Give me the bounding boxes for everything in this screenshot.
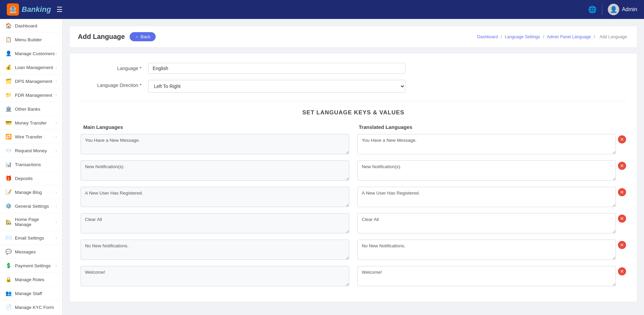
- sidebar-item-manage-kyc-form[interactable]: 📄 Manage KYC Form: [0, 300, 62, 314]
- remove-row-btn-4[interactable]: ✕: [618, 241, 626, 249]
- back-button[interactable]: ← Back: [130, 32, 156, 41]
- translated-lang-textarea-5[interactable]: Welcome!: [357, 266, 616, 286]
- sidebar-item-general-settings[interactable]: ⚙️ General Settings ›: [0, 199, 62, 213]
- sidebar-item-manage-roles[interactable]: 🔒 Manage Roles: [0, 273, 62, 287]
- sidebar-item-dashboard[interactable]: 🏠 Dashboard: [0, 19, 62, 33]
- sidebar-item-home-page-manage[interactable]: 🏡 Home Page Manage ›: [0, 213, 62, 231]
- sidebar-item-manage-blog[interactable]: 📝 Manage Blog ›: [0, 185, 62, 199]
- breadcrumb-language-settings[interactable]: Language Settings: [505, 35, 540, 39]
- brand-name: Banking: [22, 5, 51, 14]
- brand-icon: 🏦: [7, 3, 19, 16]
- sidebar-item-other-banks[interactable]: 🏛️ Other Banks: [0, 102, 62, 116]
- sidebar-label-messages: Messages: [15, 249, 36, 254]
- language-group: Language *: [81, 63, 626, 74]
- translated-languages-heading: Translated Languages: [359, 124, 626, 130]
- lang-row: Clear All Clear All ✕: [81, 213, 626, 235]
- breadcrumb-current: Add Language: [600, 35, 627, 39]
- chevron-icon-wire-transfer: ›: [55, 135, 57, 139]
- sidebar-label-manage-blog: Manage Blog: [15, 190, 42, 195]
- sidebar-label-deposits: Deposits: [15, 176, 33, 181]
- topnav-left: 🏦 Banking ☰: [7, 3, 63, 16]
- sidebar-item-loan-management[interactable]: 💰 Loan Management ›: [0, 61, 62, 74]
- remove-row-btn-1[interactable]: ✕: [618, 162, 626, 170]
- remove-row-btn-0[interactable]: ✕: [618, 135, 626, 143]
- main-lang-textarea-5[interactable]: Welcome!: [81, 266, 349, 286]
- sidebar-item-messages[interactable]: 💬 Messages: [0, 245, 62, 259]
- sidebar-item-fdr-management[interactable]: 📁 FDR Management ›: [0, 88, 62, 102]
- sidebar-label-home-page-manage: Home Page Manage: [15, 217, 55, 227]
- sidebar-item-dps-management[interactable]: 🗂️ DPS Management ›: [0, 74, 62, 88]
- sidebar-item-payment-settings[interactable]: 💲 Payment Settings ›: [0, 259, 62, 273]
- admin-user[interactable]: 👤 Admin: [608, 4, 637, 15]
- language-direction-select[interactable]: Left To RightRight To Left: [148, 80, 405, 93]
- breadcrumb-sep1: /: [501, 35, 503, 39]
- translated-lang-textarea-2[interactable]: A New User Has Registered.: [357, 187, 616, 207]
- sidebar-label-manage-customers: Manage Customers: [15, 51, 55, 56]
- sidebar-icon-email-settings: ✉️: [5, 235, 12, 241]
- chevron-icon-money-transfer: ›: [55, 121, 57, 125]
- main-lang-textarea-2[interactable]: A New User Has Registered.: [81, 187, 349, 207]
- globe-icon[interactable]: 🌐: [588, 5, 597, 14]
- remove-row-btn-5[interactable]: ✕: [618, 267, 626, 275]
- main-lang-cell-4: No New Notifications.: [81, 240, 349, 261]
- admin-label: Admin: [622, 6, 637, 13]
- breadcrumb-sep2: /: [543, 35, 545, 39]
- sidebar-label-menu-builder: Menu Builder: [15, 37, 42, 42]
- chevron-icon-dps-management: ›: [55, 79, 57, 83]
- sidebar-item-request-money[interactable]: 📨 Request Money ›: [0, 144, 62, 158]
- sidebar-item-wire-transfer[interactable]: 🔁 Wire Transfer ›: [0, 130, 62, 144]
- main-lang-textarea-0[interactable]: You Have a New Message.: [81, 134, 349, 154]
- page-title: Add Language: [78, 33, 125, 41]
- sidebar-label-general-settings: General Settings: [15, 204, 49, 209]
- hamburger-icon[interactable]: ☰: [57, 5, 63, 14]
- sidebar-item-transactions[interactable]: 📊 Transactions: [0, 158, 62, 172]
- translated-lang-textarea-1[interactable]: New Notification(s).: [357, 160, 616, 181]
- main-lang-textarea-4[interactable]: No New Notifications.: [81, 240, 349, 260]
- chevron-icon-manage-blog: ›: [55, 190, 57, 194]
- sidebar-icon-request-money: 📨: [5, 148, 12, 154]
- sidebar-label-payment-settings: Payment Settings: [15, 263, 51, 268]
- sidebar-icon-manage-roles: 🔒: [5, 276, 12, 283]
- form-card: Language * Language Direction * Left To …: [69, 53, 637, 302]
- translated-lang-textarea-3[interactable]: Clear All: [357, 213, 616, 233]
- sidebar-label-manage-kyc-form: Manage KYC Form: [15, 305, 54, 310]
- breadcrumb-sep3: /: [594, 35, 596, 39]
- page-header-left: Add Language ← Back: [78, 32, 156, 41]
- sidebar-label-request-money: Request Money: [15, 148, 47, 153]
- main-lang-textarea-3[interactable]: Clear All: [81, 213, 349, 233]
- sidebar-item-deposits[interactable]: 🎁 Deposits: [0, 172, 62, 185]
- sidebar-icon-general-settings: ⚙️: [5, 203, 12, 209]
- sidebar-item-email-settings[interactable]: ✉️ Email Settings ›: [0, 231, 62, 245]
- translated-lang-textarea-4[interactable]: No New Notifications.: [357, 240, 616, 260]
- sidebar-icon-other-banks: 🏛️: [5, 106, 12, 112]
- sidebar-label-wire-transfer: Wire Transfer: [15, 134, 42, 139]
- sidebar-item-money-transfer[interactable]: 💳 Money Transfer ›: [0, 116, 62, 130]
- page-header: Add Language ← Back Dashboard / Language…: [69, 26, 637, 48]
- sidebar-icon-deposits: 🎁: [5, 175, 12, 181]
- sidebar-item-manage-staff[interactable]: 👥 Manage Staff: [0, 287, 62, 300]
- avatar: 👤: [608, 4, 619, 15]
- translated-lang-textarea-0[interactable]: You Have a New Message.: [357, 134, 616, 154]
- chevron-icon-loan-management: ›: [55, 65, 57, 69]
- lang-row: A New User Has Registered. A New User Ha…: [81, 187, 626, 208]
- sidebar-label-manage-roles: Manage Roles: [15, 277, 44, 282]
- remove-row-btn-3[interactable]: ✕: [618, 215, 626, 223]
- translated-lang-cell-3: Clear All ✕: [357, 213, 626, 233]
- sidebar-icon-manage-customers: 👤: [5, 50, 12, 57]
- breadcrumb-admin-panel-language[interactable]: Admin Panel Language: [547, 35, 591, 39]
- sidebar-icon-manage-staff: 👥: [5, 290, 12, 296]
- sidebar-icon-home-page-manage: 🏡: [5, 219, 12, 225]
- main-lang-cell-3: Clear All: [81, 213, 349, 235]
- main-lang-textarea-1[interactable]: New Notification(s).: [81, 160, 349, 181]
- breadcrumb-dashboard[interactable]: Dashboard: [477, 35, 498, 39]
- sidebar-item-menu-builder[interactable]: 📋 Menu Builder: [0, 33, 62, 47]
- language-input[interactable]: [148, 63, 405, 74]
- sidebar-item-manage-customers[interactable]: 👤 Manage Customers ›: [0, 47, 62, 61]
- main-lang-cell-5: Welcome!: [81, 266, 349, 288]
- sidebar-label-transactions: Transactions: [15, 162, 41, 167]
- sidebar-label-money-transfer: Money Transfer: [15, 120, 47, 126]
- topnav-divider: [602, 4, 602, 15]
- translated-lang-cell-0: You Have a New Message. ✕: [357, 134, 626, 154]
- top-navigation: 🏦 Banking ☰ 🌐 👤 Admin: [0, 0, 644, 19]
- remove-row-btn-2[interactable]: ✕: [618, 188, 626, 196]
